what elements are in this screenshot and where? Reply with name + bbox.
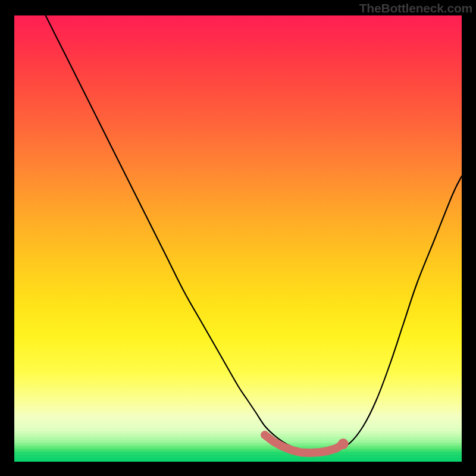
plot-area [14, 15, 462, 462]
chart-frame: TheBottleneck.com [0, 0, 476, 476]
bottom-bands [14, 422, 462, 462]
watermark-text: TheBottleneck.com [359, 1, 472, 15]
heat-gradient [14, 15, 462, 462]
